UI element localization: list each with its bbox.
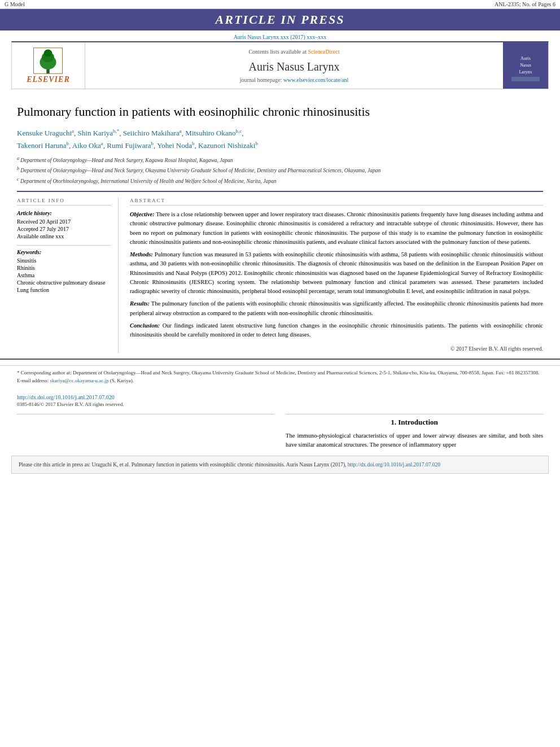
copyright-line: © 2017 Elsevier B.V. All rights reserved… (130, 344, 543, 353)
author-uraguchi: Kensuke Uraguchi (17, 129, 72, 137)
affil-c: c Department of Otorhinolaryngology, Int… (17, 176, 543, 185)
abstract-objective: Objective: There is a close relationship… (130, 210, 543, 247)
author-makihara: Seiichiro Makihara (123, 129, 180, 137)
sup-a: a (72, 128, 74, 134)
keyword-asthma: Asthma (17, 272, 111, 278)
intro-number: 1. (391, 418, 396, 426)
svg-point-3 (44, 50, 53, 57)
issn-line: 0385-8146/© 2017 Elsevier B.V. All right… (17, 401, 543, 407)
introduction-section: 1. Introduction The immuno-physiological… (0, 414, 560, 450)
sup-b2: b (67, 141, 69, 146)
intro-title: 1. Introduction (286, 418, 543, 427)
keywords-title: Keywords: (17, 245, 111, 255)
svg-text:Nasus: Nasus (520, 63, 531, 68)
abstract-conclusion: Conclusion: Our findings indicated laten… (130, 321, 543, 340)
email-suffix: (S. Kariya). (110, 378, 134, 383)
affiliations: a Department of Otolaryngology—Head and … (17, 155, 543, 185)
article-in-press-text: ARTICLE IN PRESS (216, 12, 345, 27)
elsevier-tree-icon (31, 47, 65, 75)
keyword-lung-function: Lung function (17, 287, 111, 293)
journal-center: Contents lists available at ScienceDirec… (85, 42, 503, 89)
sciencedirect-link[interactable]: ScienceDirect (308, 49, 339, 55)
author-oka: Aiko Oka (72, 141, 101, 150)
sup-b3: b (151, 141, 154, 146)
results-text: The pulmonary function of the patients w… (130, 300, 543, 316)
affil-a: a Department of Otolaryngology—Head and … (17, 155, 543, 164)
journal-name: Auris Nasus Larynx (248, 60, 339, 73)
available-line: Available online xxx (17, 233, 111, 239)
author-kariya: Shin Kariya (78, 129, 113, 137)
citation-prefix: Please cite this article in press as: Ur… (19, 462, 346, 468)
intro-right-col: 1. Introduction The immuno-physiological… (286, 414, 543, 450)
journal-logo-right: Auris Nasus Larynx (503, 42, 548, 89)
author-fujiwara: Rumi Fujiwara (107, 141, 151, 150)
author-haruna: Takenori Haruna (17, 141, 67, 150)
authors-line: Kensuke Uraguchia, Shin Kariyab,*, Seiic… (17, 127, 543, 152)
elsevier-logo-container: ELSEVIER (12, 42, 85, 89)
journal-header: ELSEVIER Contents lists available at Sci… (11, 41, 549, 89)
intro-paragraph: The immuno-physiological characteristics… (286, 431, 543, 450)
article-info-col: ARTICLE INFO Article history: Received 2… (17, 198, 119, 353)
methods-text: Pulmonary function was measured in 53 pa… (130, 251, 543, 294)
article-title: Pulmonary function in patients with eosi… (17, 104, 543, 120)
doi-link[interactable]: http://dx.doi.org/10.1016/j.anl.2017.07.… (17, 394, 115, 400)
sup-a3: a (101, 141, 103, 146)
cite-line: Auris Nasus Larynx xxx (2017) xxx–xxx (0, 34, 560, 40)
abstract-results: Results: The pulmonary function of the p… (130, 299, 543, 318)
sup-b-star: b,* (113, 128, 119, 134)
footnote-text: * Corresponding author at: Department of… (17, 369, 543, 385)
methods-label: Methods: (130, 251, 153, 257)
svg-text:Auris: Auris (520, 56, 531, 61)
sup-b5: b (255, 141, 258, 146)
doi-section: http://dx.doi.org/10.1016/j.anl.2017.07.… (0, 390, 560, 408)
received-line: Received 20 April 2017 (17, 219, 111, 225)
svg-text:Larynx: Larynx (519, 69, 532, 75)
two-col-section: ARTICLE INFO Article history: Received 2… (17, 191, 543, 353)
journal-cover-icon: Auris Nasus Larynx (509, 49, 542, 82)
author-okano: Mitsuhiro Okano (185, 129, 235, 137)
keyword-copd: Chronic obstructive pulmonary disease (17, 279, 111, 286)
affil-b: b Department of Otolaryngology—Head and … (17, 165, 543, 174)
abstract-heading: ABSTRACT (130, 198, 543, 206)
abstract-methods: Methods: Pulmonary function was measured… (130, 250, 543, 296)
author-nishizaki: Kazunori Nishizaki (198, 141, 255, 150)
article-history-title: Article history: (17, 210, 111, 216)
sup-bc: b,c (236, 128, 242, 134)
cite-line-text: Auris Nasus Larynx xxx (2017) xxx–xxx (234, 34, 327, 40)
email-label: E-mail address: (17, 378, 49, 383)
accepted-line: Accepted 27 July 2017 (17, 226, 111, 232)
journal-url[interactable]: www.elsevier.com/locate/anl (283, 77, 348, 83)
author-noda: Yohei Noda (157, 141, 192, 150)
objective-label: Objective: (130, 211, 155, 217)
corresponding-text: Department of Otolaryngology—Head and Ne… (73, 370, 540, 375)
results-label: Results: (130, 300, 150, 307)
keyword-sinusitis: Sinusitis (17, 257, 111, 264)
contents-line: Contents lists available at ScienceDirec… (248, 49, 339, 55)
sup-b4: b (192, 141, 195, 146)
intro-left-col (17, 414, 274, 450)
journal-code: ANL-2335; No. of Pages 6 (495, 1, 555, 7)
conclusion-text: Our findings indicated latent obstructiv… (130, 322, 543, 338)
abstract-col: ABSTRACT Objective: There is a close rel… (130, 198, 543, 353)
citation-doi[interactable]: http://dx.doi.org/10.1016/j.anl.2017.07.… (348, 462, 440, 468)
elsevier-logo: ELSEVIER (27, 47, 69, 84)
objective-text: There is a close relationship between up… (130, 211, 543, 245)
elsevier-text: ELSEVIER (27, 75, 69, 84)
intro-two-col: 1. Introduction The immuno-physiological… (17, 414, 543, 450)
keyword-rhinitis: Rhinitis (17, 265, 111, 271)
conclusion-label: Conclusion: (130, 322, 160, 329)
g-model-bar: G Model ANL-2335; No. of Pages 6 (0, 0, 560, 9)
corresponding-label: * Corresponding author at: (17, 370, 72, 375)
article-body: Pulmonary function in patients with eosi… (0, 89, 560, 359)
sup-a2: a (180, 128, 182, 134)
journal-homepage: journal homepage: www.elsevier.com/locat… (240, 77, 349, 83)
footnote-section: * Corresponding author at: Department of… (0, 365, 560, 385)
section-thick-divider (0, 359, 560, 360)
intro-title-text: Introduction (398, 418, 438, 426)
citation-box: Please cite this article in press as: Ur… (11, 456, 549, 474)
article-info-heading: ARTICLE INFO (17, 198, 111, 206)
abstract-text: Objective: There is a close relationship… (130, 210, 543, 353)
svg-rect-9 (511, 77, 540, 81)
article-in-press-banner: ARTICLE IN PRESS (0, 9, 560, 30)
email-link[interactable]: skariya@cc.okayama-u.ac.jp (50, 378, 108, 383)
